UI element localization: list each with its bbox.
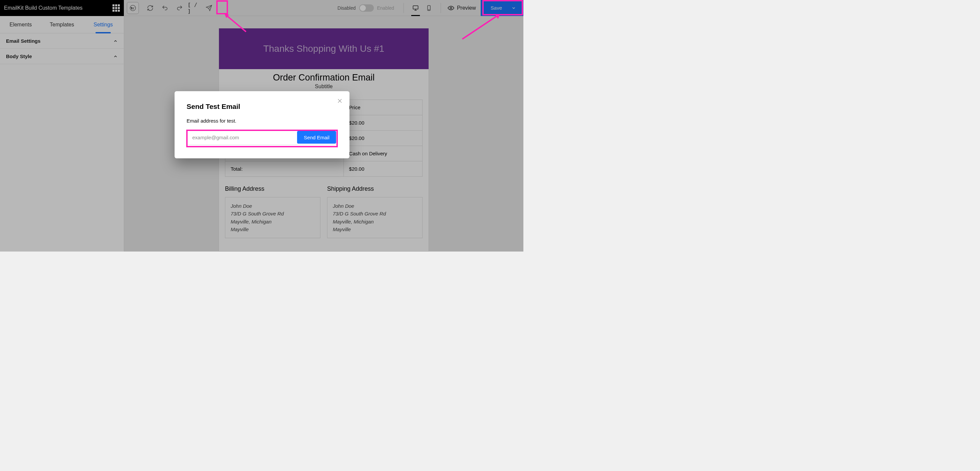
save-button[interactable]: Save — [480, 0, 523, 16]
preview-label: Preview — [457, 5, 476, 11]
apps-grid-icon[interactable] — [113, 4, 120, 12]
email-input-row: Send Email — [186, 129, 337, 145]
mobile-icon — [426, 5, 432, 11]
tab-elements[interactable]: Elements — [0, 16, 41, 33]
enabled-label: Enabled — [377, 5, 394, 11]
send-test-modal: Send Test Email Email address for test. … — [175, 91, 350, 158]
email-hero: Thanks Shopping With Us #1 — [219, 29, 429, 69]
tab-settings[interactable]: Settings — [83, 16, 124, 33]
device-mobile-button[interactable] — [423, 2, 434, 14]
shortcode-label: [ / ] — [188, 2, 201, 14]
shipping-box: John Doe 73/D G South Grove Rd Mayville,… — [327, 197, 423, 238]
preview-button[interactable]: Preview — [443, 0, 480, 16]
accordion-body-style[interactable]: Body Style — [0, 49, 124, 64]
billing-box: John Doe 73/D G South Grove Rd Mayville,… — [225, 197, 320, 238]
chevron-up-icon — [113, 39, 118, 43]
refresh-icon — [147, 5, 154, 11]
redo-button[interactable] — [173, 2, 186, 14]
email-title: Order Confirmation Email — [225, 72, 423, 83]
enable-toggle[interactable] — [359, 4, 374, 12]
sidebar-header: EmailKit Build Custom Templates — [0, 0, 124, 16]
svg-point-4 — [450, 7, 452, 9]
save-label: Save — [491, 5, 502, 11]
device-switcher — [406, 2, 439, 14]
desktop-icon — [412, 5, 419, 11]
wordpress-button[interactable] — [127, 2, 139, 14]
send-test-button[interactable] — [202, 2, 216, 14]
eye-icon — [448, 5, 454, 11]
shipping-title: Shipping Address — [327, 185, 423, 192]
app-title: EmailKit Build Custom Templates — [4, 5, 83, 11]
shipping-column: Shipping Address John Doe 73/D G South G… — [327, 185, 423, 238]
modal-title: Send Test Email — [186, 102, 337, 110]
refresh-button[interactable] — [143, 2, 157, 14]
close-icon — [337, 98, 343, 104]
enable-toggle-group: Disabled Enabled — [337, 4, 394, 12]
billing-column: Billing Address John Doe 73/D G South Gr… — [225, 185, 320, 238]
wordpress-icon — [129, 5, 136, 11]
undo-icon — [162, 5, 168, 11]
modal-close-button[interactable] — [337, 98, 343, 105]
svg-point-3 — [429, 10, 429, 10]
redo-icon — [176, 5, 183, 11]
tab-templates[interactable]: Templates — [41, 16, 83, 33]
chevron-up-icon — [113, 54, 118, 59]
billing-title: Billing Address — [225, 185, 320, 192]
email-subtitle: Subtitle — [225, 83, 423, 89]
test-email-input[interactable] — [187, 130, 296, 145]
sidebar: EmailKit Build Custom Templates Elements… — [0, 0, 124, 252]
shortcode-button[interactable]: [ / ] — [188, 2, 201, 14]
device-desktop-button[interactable] — [410, 2, 421, 14]
modal-label: Email address for test. — [186, 118, 337, 124]
table-row: Total: $20.00 — [225, 161, 423, 177]
svg-rect-1 — [413, 6, 418, 9]
hero-text: Thanks Shopping With Us #1 — [263, 43, 385, 54]
undo-button[interactable] — [158, 2, 172, 14]
accordion-label: Email Settings — [6, 38, 40, 44]
topbar: [ / ] Disabled Enabled Preview Save — [124, 0, 523, 16]
disabled-label: Disabled — [337, 5, 355, 11]
paper-plane-icon — [205, 5, 212, 11]
send-email-button[interactable]: Send Email — [297, 131, 336, 144]
th-price: Price — [344, 100, 422, 115]
chevron-down-icon — [511, 6, 516, 10]
svg-point-0 — [130, 5, 136, 11]
accordion-label: Body Style — [6, 53, 32, 59]
sidebar-tabs: Elements Templates Settings — [0, 16, 124, 34]
accordion-email-settings[interactable]: Email Settings — [0, 34, 124, 49]
